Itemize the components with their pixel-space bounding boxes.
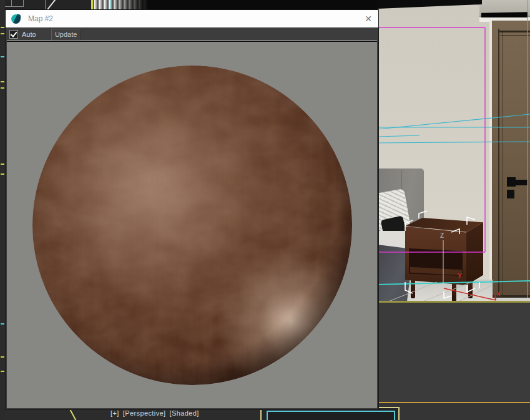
material-preview-sphere [31,64,353,386]
material-preview-pane [7,41,377,408]
dialog-toolbar: Auto Update [6,27,378,41]
bottom-right-panel [378,403,530,420]
close-icon[interactable]: ✕ [365,14,372,23]
lower-right-panel [378,303,530,402]
update-button[interactable]: Update [51,29,81,41]
yellow-tick [1,371,4,372]
ceiling-dark-wedge [378,0,482,9]
perspective-viewport[interactable]: Z Y X [378,0,530,302]
nightstand-side[interactable] [466,222,483,285]
viewport-menu-general[interactable]: [+] [110,409,119,417]
auto-checkbox[interactable] [9,30,18,39]
teal-tick [1,323,4,325]
3dsmax-logo-icon [11,14,21,24]
dialog-title: Map #2 [28,14,53,23]
door-panel-rail [499,31,530,32]
wireframe-line [2,6,24,7]
yellow-tick [1,87,4,89]
nightstand-leg [468,281,473,298]
cyan-guide-line [378,135,420,137]
yellow-tick [1,27,4,28]
yellow-tick [1,33,4,34]
door[interactable] [489,21,530,298]
auto-checkbox-label: Auto [22,31,36,38]
viewport-left-sliver [0,0,5,420]
door-panel-groove [498,29,499,298]
dialog-titlebar[interactable]: Map #2 ✕ [6,10,378,27]
door-panel-rail [500,35,530,36]
door-handle-lever [514,180,528,185]
map-preview-dialog: Map #2 ✕ Auto Update [5,9,379,410]
viewport-menu-pov[interactable]: [Perspective] [123,409,166,417]
door-panel-groove [502,31,503,298]
viewport-label: [+] [Perspective] [Shaded] [110,409,199,417]
secondary-viewport-inner-frame [267,411,395,420]
teal-tick [1,56,4,57]
yellow-tick [1,173,4,175]
yellow-tick [1,356,4,358]
3dsmax-screen: Z Y X [+] [Perspective] [Shaded] [0,0,530,420]
yellow-tick [1,81,4,82]
nightstand-leg [411,280,415,298]
viewport-menu-shading[interactable]: [Shaded] [170,409,199,417]
nightstand-leg [452,282,456,301]
yellow-tick [1,164,4,165]
door-keyhole-plate [507,190,514,198]
